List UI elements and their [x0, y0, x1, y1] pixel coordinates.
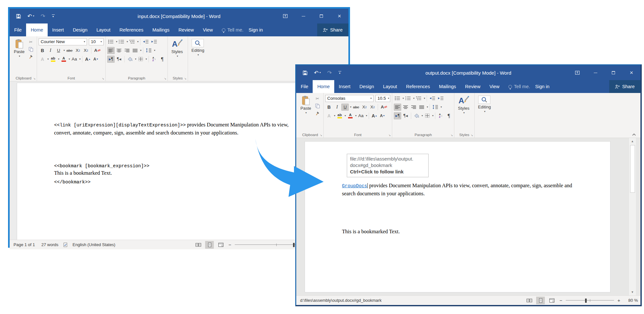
show-formatting-marks-button[interactable]: ¶ — [445, 112, 452, 119]
qat-customize-button[interactable]: ▾ — [52, 14, 55, 18]
grow-font-button[interactable]: A▲ — [84, 56, 91, 63]
web-layout-button[interactable] — [547, 297, 556, 304]
tab-review[interactable]: Review — [174, 23, 198, 36]
bold-button[interactable]: B — [325, 104, 333, 111]
copy-button[interactable] — [314, 103, 321, 109]
zoom-out-button[interactable]: − — [228, 242, 232, 247]
justify-button[interactable] — [131, 47, 139, 54]
tab-references[interactable]: References — [115, 23, 148, 36]
align-right-button[interactable] — [410, 104, 417, 111]
align-center-button[interactable] — [402, 104, 409, 111]
multilevel-list-button[interactable] — [128, 38, 136, 45]
slider-thumb[interactable] — [585, 299, 587, 303]
borders-button[interactable] — [423, 112, 431, 119]
read-mode-button[interactable] — [525, 297, 534, 304]
tab-home[interactable]: Home — [313, 80, 334, 93]
right-to-left-button[interactable]: ¶◀ — [115, 56, 123, 63]
print-layout-button[interactable] — [536, 297, 545, 304]
tab-references[interactable]: References — [402, 80, 434, 93]
tell-me-box[interactable]: Tell me. — [217, 23, 245, 36]
paragraph-dialog-launcher[interactable]: ↘ — [164, 78, 166, 80]
font-color-button[interactable]: A — [346, 112, 354, 119]
scrollbar-thumb[interactable] — [630, 145, 635, 193]
zoom-in-button[interactable]: + — [617, 298, 621, 303]
tab-insert[interactable]: Insert — [334, 80, 355, 93]
right-to-left-button[interactable]: ¶◀ — [402, 112, 409, 119]
italic-button[interactable]: I — [47, 47, 54, 54]
font-size-select[interactable]: 10▾ — [89, 38, 104, 45]
tab-view[interactable]: View — [198, 23, 217, 36]
redo-button[interactable]: ↷ — [41, 14, 45, 19]
font-color-button[interactable]: A — [60, 56, 67, 63]
align-left-button[interactable] — [107, 47, 115, 54]
sort-button[interactable]: AZ↓ — [437, 112, 444, 119]
maximize-button[interactable] — [604, 65, 622, 80]
word-count-status[interactable]: 27 words — [38, 242, 62, 247]
ribbon-display-options-button[interactable] — [276, 9, 294, 23]
tab-layout[interactable]: Layout — [92, 23, 115, 36]
italic-button[interactable]: I — [333, 104, 341, 111]
shading-button[interactable] — [126, 56, 134, 63]
tell-me-box[interactable]: Tell me. — [504, 80, 532, 93]
grow-font-button[interactable]: A▲ — [371, 112, 378, 119]
align-right-button[interactable] — [123, 47, 131, 54]
highlight-color-button[interactable]: ab — [49, 56, 57, 63]
tab-home[interactable]: Home — [26, 23, 48, 36]
change-case-button[interactable]: Aa — [357, 112, 365, 119]
styles-button[interactable]: A Styles ▾ — [456, 94, 471, 132]
scroll-down-button[interactable]: ▼ — [629, 289, 636, 295]
highlight-color-button[interactable]: ab — [336, 112, 343, 119]
minimize-button[interactable] — [586, 65, 604, 80]
zoom-slider[interactable] — [566, 298, 614, 303]
scroll-up-button[interactable]: ▲ — [629, 138, 636, 144]
zoom-out-button[interactable]: − — [559, 298, 563, 303]
slider-thumb[interactable] — [293, 243, 295, 247]
tab-mailings[interactable]: Mailings — [434, 80, 460, 93]
proofing-status-button[interactable] — [62, 243, 69, 247]
maximize-button[interactable] — [312, 9, 330, 23]
superscript-button[interactable]: X2 — [82, 47, 90, 54]
copy-button[interactable] — [27, 46, 34, 52]
font-dialog-launcher[interactable]: ↘ — [389, 134, 391, 137]
qat-customize-button[interactable]: ▾ — [338, 71, 341, 75]
undo-button[interactable]: ↶▾ — [314, 70, 321, 76]
styles-dialog-launcher[interactable]: ↘ — [184, 78, 186, 80]
sign-in-button[interactable]: Sign in — [532, 80, 553, 93]
editing-button[interactable]: Editing ▾ — [190, 38, 206, 75]
styles-button[interactable]: A Styles ▾ — [169, 38, 185, 75]
tab-review[interactable]: Review — [460, 80, 485, 93]
increase-indent-button[interactable] — [150, 38, 158, 45]
superscript-button[interactable]: X2 — [369, 104, 376, 111]
font-size-select[interactable]: 10.5▾ — [375, 95, 390, 102]
clear-formatting-button[interactable]: A — [93, 47, 101, 54]
save-button[interactable] — [303, 70, 308, 75]
bold-button[interactable]: B — [39, 47, 46, 54]
show-formatting-marks-button[interactable]: ¶ — [158, 56, 166, 63]
borders-button[interactable] — [137, 56, 144, 63]
shrink-font-button[interactable]: A▼ — [379, 112, 386, 119]
cut-button[interactable]: ✂ — [27, 39, 34, 45]
font-dialog-launcher[interactable]: ↘ — [102, 78, 104, 80]
read-mode-button[interactable] — [194, 241, 203, 249]
underline-button[interactable]: U — [55, 47, 62, 54]
minimize-button[interactable] — [294, 9, 312, 23]
underline-dropdown-icon[interactable]: ▾ — [350, 106, 351, 108]
share-button[interactable]: Share — [317, 23, 348, 36]
shading-button[interactable] — [413, 112, 420, 119]
clipboard-dialog-launcher[interactable]: ↘ — [33, 78, 36, 80]
subscript-button[interactable]: X2 — [74, 47, 81, 54]
ribbon-display-options-button[interactable] — [568, 65, 586, 80]
paste-button[interactable]: Paste ▾ — [12, 38, 26, 75]
underline-dropdown-icon[interactable]: ▾ — [63, 49, 65, 52]
line-spacing-button[interactable] — [431, 104, 439, 111]
tab-design[interactable]: Design — [355, 80, 378, 93]
close-button[interactable]: × — [330, 9, 348, 23]
vertical-scrollbar[interactable]: ▲ ▼ — [629, 138, 636, 295]
undo-button[interactable]: ↶▾ — [27, 14, 34, 19]
styles-dialog-launcher[interactable]: ↘ — [471, 134, 473, 137]
cut-button[interactable]: ✂ — [314, 96, 321, 101]
paste-button[interactable]: Paste ▾ — [298, 94, 313, 132]
strikethrough-button[interactable]: abe — [352, 104, 360, 111]
justify-button[interactable] — [418, 104, 425, 111]
language-status[interactable]: English (United States) — [69, 242, 118, 247]
